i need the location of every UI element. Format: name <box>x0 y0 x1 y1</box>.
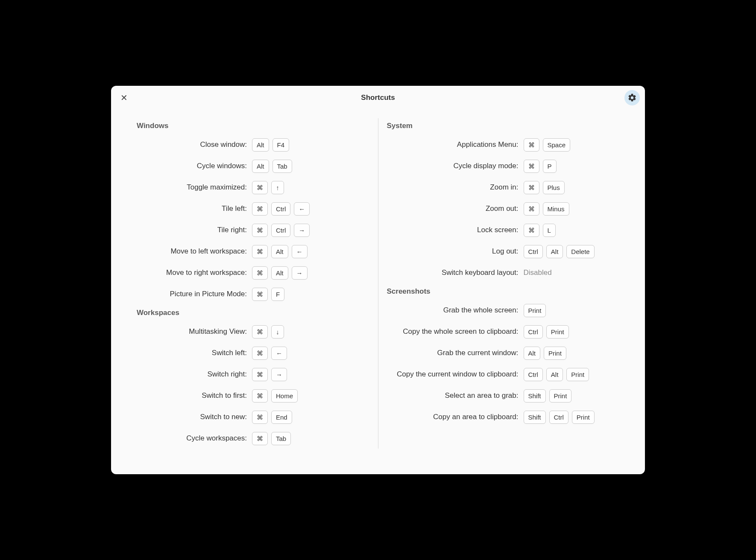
shortcut-label: Switch right: <box>137 370 252 379</box>
shortcut-label: Toggle maximized: <box>137 183 252 192</box>
key-cap: Ctrl <box>524 368 543 381</box>
shortcut-row: Switch to first:⌘Home <box>137 389 369 402</box>
key-cap: ⌘ <box>252 368 268 381</box>
key-cap: Print <box>544 347 566 360</box>
key-cap: → <box>271 368 287 381</box>
shortcut-keys: ⌘← <box>252 347 287 360</box>
key-cap: ⌘ <box>252 347 268 360</box>
key-cap: ↓ <box>271 325 284 338</box>
shortcut-label: Switch keyboard layout: <box>387 268 524 277</box>
shortcut-keys: AltTab <box>252 160 292 173</box>
content: WindowsClose window:AltF4Cycle windows:A… <box>111 110 645 474</box>
shortcut-row: Cycle display mode:⌘P <box>387 159 620 173</box>
key-cap: ⌘ <box>252 432 268 445</box>
key-cap: ⌘ <box>252 245 268 258</box>
shortcut-row: Tile left:⌘Ctrl← <box>137 202 369 216</box>
shortcut-row: Lock screen:⌘L <box>387 223 620 237</box>
key-cap: Print <box>524 304 546 317</box>
shortcut-label: Switch to new: <box>137 413 252 421</box>
shortcut-label: Copy the current window to clipboard: <box>387 370 524 379</box>
shortcut-row: Grab the whole screen:Print <box>387 303 620 317</box>
key-cap: ⌘ <box>524 138 539 152</box>
section-heading-system: System <box>387 122 620 130</box>
shortcut-label: Move to right workspace: <box>137 268 252 277</box>
shortcut-label: Cycle windows: <box>137 162 252 170</box>
shortcut-label: Cycle workspaces: <box>137 434 252 443</box>
key-cap: Ctrl <box>271 224 290 237</box>
key-cap: Ctrl <box>524 245 543 258</box>
shortcut-row: Switch to new:⌘End <box>137 410 369 424</box>
key-cap: Space <box>543 138 571 152</box>
disabled-text: Disabled <box>524 268 552 277</box>
key-cap: ⌘ <box>524 160 539 173</box>
key-cap: Print <box>546 325 569 338</box>
shortcut-row: Switch left:⌘← <box>137 346 369 360</box>
shortcut-keys: ⌘↓ <box>252 325 284 338</box>
key-cap: Ctrl <box>524 325 543 338</box>
shortcut-label: Copy an area to clipboard: <box>387 413 524 421</box>
key-cap: End <box>271 411 292 424</box>
key-cap: Minus <box>543 202 569 216</box>
key-cap: F <box>271 288 284 301</box>
key-cap: Alt <box>252 138 269 152</box>
shortcut-keys: ⌘End <box>252 411 292 424</box>
key-cap: Delete <box>566 245 594 258</box>
shortcut-row: Move to left workspace:⌘Alt← <box>137 245 369 258</box>
shortcut-keys: ⌘F <box>252 288 284 301</box>
key-cap: Alt <box>524 347 541 360</box>
shortcut-label: Applications Menu: <box>387 140 524 149</box>
shortcut-label: Picture in Picture Mode: <box>137 290 252 298</box>
shortcut-row: Switch right:⌘→ <box>137 368 369 381</box>
shortcut-keys: ShiftPrint <box>524 389 572 402</box>
key-cap: Print <box>549 389 572 402</box>
shortcut-keys: ⌘Alt→ <box>252 266 308 280</box>
key-cap: ⌘ <box>252 224 268 237</box>
shortcut-label: Tile right: <box>137 226 252 234</box>
shortcut-keys: ⌘P <box>524 160 557 173</box>
key-cap: Ctrl <box>271 202 290 216</box>
settings-button[interactable] <box>624 90 640 105</box>
shortcut-label: Multitasking View: <box>137 327 252 336</box>
shortcut-row: Log out:CtrlAltDelete <box>387 245 620 258</box>
shortcut-row: Cycle workspaces:⌘Tab <box>137 432 369 445</box>
shortcut-row: Copy an area to clipboard:ShiftCtrlPrint <box>387 410 620 424</box>
shortcut-label: Grab the whole screen: <box>387 306 524 315</box>
shortcut-label: Cycle display mode: <box>387 162 524 170</box>
shortcut-label: Switch left: <box>137 349 252 357</box>
shortcut-keys: ⌘Space <box>524 138 571 152</box>
key-cap: P <box>543 160 557 173</box>
close-button[interactable]: ✕ <box>119 93 129 103</box>
shortcut-keys: ShiftCtrlPrint <box>524 411 595 424</box>
section-heading-workspaces: Workspaces <box>137 309 369 317</box>
shortcut-row: Picture in Picture Mode:⌘F <box>137 287 369 301</box>
key-cap: Alt <box>546 245 563 258</box>
key-cap: F4 <box>273 138 290 152</box>
shortcut-row: Applications Menu:⌘Space <box>387 138 620 152</box>
shortcut-row: Grab the current window:AltPrint <box>387 346 620 360</box>
key-cap: Home <box>271 389 298 402</box>
header: ✕ Shortcuts <box>111 86 645 110</box>
key-cap: ⌘ <box>252 411 268 424</box>
shortcut-label: Select an area to grab: <box>387 391 524 400</box>
shortcut-keys: ⌘Tab <box>252 432 291 445</box>
key-cap: Alt <box>271 266 288 280</box>
close-icon: ✕ <box>120 93 128 102</box>
shortcut-keys: ⌘Ctrl→ <box>252 224 310 237</box>
key-cap: Print <box>566 368 589 381</box>
shortcut-keys: CtrlPrint <box>524 325 569 338</box>
right-column: SystemApplications Menu:⌘SpaceCycle disp… <box>378 114 628 461</box>
key-cap: Alt <box>546 368 563 381</box>
key-cap: ⌘ <box>252 266 268 280</box>
shortcut-row: Copy the current window to clipboard:Ctr… <box>387 368 620 381</box>
key-cap: ⌘ <box>524 224 539 237</box>
key-cap: ⌘ <box>524 202 539 216</box>
key-cap: Tab <box>273 160 292 173</box>
shortcut-label: Tile left: <box>137 204 252 213</box>
key-cap: Tab <box>271 432 291 445</box>
shortcut-label: Grab the current window: <box>387 349 524 357</box>
key-cap: ⌘ <box>252 202 268 216</box>
shortcut-row: Select an area to grab:ShiftPrint <box>387 389 620 402</box>
key-cap: ← <box>292 245 308 258</box>
shortcut-row: Close window:AltF4 <box>137 138 369 152</box>
shortcut-keys: Disabled <box>524 268 552 277</box>
